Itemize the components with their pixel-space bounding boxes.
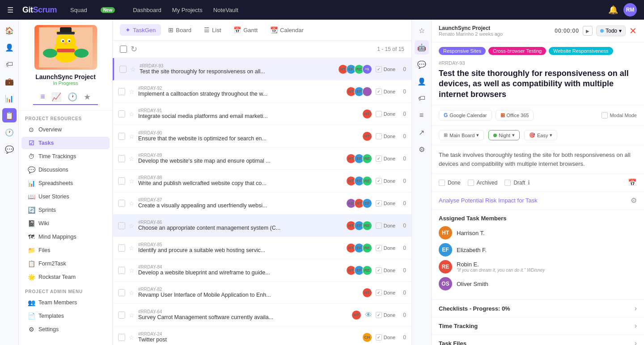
tab-board[interactable]: ⊞ Board (163, 24, 197, 36)
task-checkbox-11[interactable] (118, 311, 125, 319)
task-checkbox-9[interactable] (118, 267, 125, 274)
select-all-checkbox[interactable] (120, 46, 127, 53)
modal-toggle[interactable]: Modal Mode (602, 112, 637, 118)
icon-bar-briefcase[interactable]: 💼 (2, 74, 17, 88)
sidebar-item-overview[interactable]: ⊙ Overview (21, 123, 110, 136)
project-tab-clock[interactable]: 🕐 (66, 89, 79, 105)
user-avatar[interactable]: RM (623, 3, 637, 17)
nav-notevault[interactable]: NoteVault (209, 5, 243, 15)
sidebar-item-wiki[interactable]: 📓 Wiki (21, 217, 110, 230)
checklists-section[interactable]: Checklists - Progress: 0% › (432, 300, 644, 317)
table-row[interactable]: ☆ #RRDAY-84 Develop a website blueprint … (113, 259, 411, 282)
analyse-link[interactable]: Analyse Potential Risk Impact for Task (439, 197, 538, 204)
task-checkbox-2[interactable] (118, 110, 125, 118)
done-checkbox[interactable]: Done (439, 178, 461, 187)
icon-bar-chart[interactable]: 📊 (2, 91, 17, 105)
time-tracking-section[interactable]: Time Tracking › (432, 317, 644, 335)
icon-bar-tag[interactable]: 🏷 (2, 57, 17, 72)
table-row[interactable]: ☆ #RRDAY-86 Choose an appropriate conten… (113, 215, 411, 237)
close-button[interactable]: ✕ (629, 25, 637, 36)
task-star-11[interactable]: ☆ (129, 311, 135, 319)
task-star-3[interactable]: ☆ (129, 133, 135, 140)
task-checkbox-0[interactable] (119, 66, 127, 73)
detail-lines-icon[interactable]: ≡ (415, 108, 429, 122)
task-files-section[interactable]: Task Files › (432, 335, 644, 345)
project-tab-star[interactable]: ★ (82, 89, 93, 105)
detail-ai-icon[interactable]: 🤖 (415, 40, 429, 55)
sidebar-item-user-stories[interactable]: 📖 User Stories (21, 190, 110, 203)
icon-bar-projects[interactable]: 📋 (2, 108, 17, 122)
status-dropdown[interactable]: Todo ▾ (596, 25, 626, 36)
sidebar-item-files[interactable]: 📁 Files (21, 244, 110, 257)
analyse-settings-icon[interactable]: ⚙ (631, 196, 637, 205)
table-row[interactable]: ☆ #RRDAY-88 Write and publish wellcrafte… (113, 170, 411, 192)
sidebar-item-time[interactable]: ⏱ Time Trackings (21, 150, 110, 163)
detail-tag-icon[interactable]: 🏷 (415, 91, 429, 105)
task-star-7[interactable]: ☆ (129, 222, 135, 229)
task-star-6[interactable]: ☆ (129, 200, 135, 207)
task-star-9[interactable]: ☆ (129, 267, 135, 274)
difficulty-selector[interactable]: 🎯 Easy ▾ (524, 130, 557, 140)
table-row[interactable]: ☆ #RRDAY-64 Survey Carrot Management sof… (113, 304, 411, 326)
task-checkbox-5[interactable] (118, 177, 125, 185)
icon-bar-chat[interactable]: 💬 (2, 142, 17, 156)
task-checkbox-10[interactable] (118, 289, 125, 296)
task-star-1[interactable]: ☆ (129, 88, 135, 95)
detail-person-icon[interactable]: 👤 (415, 74, 429, 88)
calendar-icon[interactable]: 📅 (628, 178, 637, 187)
project-tab-list[interactable]: ≡ (38, 89, 47, 105)
task-star-4[interactable]: ☆ (129, 155, 135, 162)
task-checkbox-6[interactable] (118, 200, 125, 207)
tab-taskgen[interactable]: ✦ TaskGen (120, 24, 161, 36)
table-row[interactable]: ☆ #RRDAY-87 Create a visually appealing … (113, 192, 411, 215)
tag-websiteresponsive[interactable]: Website Responsiveness (549, 47, 613, 55)
sidebar-item-form2task[interactable]: 📋 Form2Task (21, 257, 110, 270)
task-star-8[interactable]: ☆ (129, 244, 135, 252)
icon-bar-people[interactable]: 👤 (2, 40, 17, 55)
draft-checkbox[interactable]: Draft ℹ (504, 178, 530, 187)
detail-share-icon[interactable]: ↗ (415, 125, 429, 139)
task-checkbox-1[interactable] (118, 88, 125, 95)
office365-button[interactable]: ⊞ Office 365 (496, 110, 534, 121)
hamburger-menu[interactable]: ☰ (7, 6, 13, 14)
task-checkbox-3[interactable] (118, 133, 125, 140)
tag-responsive[interactable]: Responsive Sites (439, 47, 486, 55)
sidebar-item-templates[interactable]: 📄 Templates (21, 310, 110, 322)
sidebar-item-tasks[interactable]: ☑ Tasks (21, 137, 110, 149)
refresh-icon[interactable]: ↻ (131, 44, 137, 54)
task-star-5[interactable]: ☆ (129, 177, 135, 185)
task-checkbox-4[interactable] (118, 155, 125, 162)
table-row[interactable]: ☆ #RRDAY-89 Develop the website's site m… (113, 147, 411, 170)
sidebar-item-sprints[interactable]: 🔄 Sprints (21, 204, 110, 216)
task-checkbox-7[interactable] (118, 222, 125, 229)
eye-icon[interactable]: 👁 (365, 311, 372, 319)
nav-squad[interactable]: Squad (66, 5, 92, 15)
task-checkbox-8[interactable] (118, 244, 125, 252)
notification-icon[interactable]: 🔔 (608, 5, 618, 15)
task-star-0[interactable]: ☆ (130, 66, 136, 73)
nav-myprojects[interactable]: My Projects (168, 5, 207, 15)
google-calendar-button[interactable]: G Google Calendar (439, 110, 492, 121)
icon-bar-clock[interactable]: 🕐 (2, 125, 17, 139)
sidebar-item-team-members[interactable]: 👥 Team Members (21, 296, 110, 309)
analyse-section[interactable]: Analyse Potential Risk Impact for Task ⚙ (432, 192, 644, 210)
archived-checkbox[interactable]: Archived (468, 178, 498, 187)
tag-crossbrowser[interactable]: Cross-browser Testing (488, 47, 546, 55)
nav-dashboard[interactable]: Dashboard (128, 5, 166, 15)
table-row[interactable]: ☆ #RRDAY-91 Integrate social media platf… (113, 103, 411, 125)
sidebar-item-rockstar[interactable]: 🌟 Rockstar Team (21, 271, 110, 283)
sidebar-item-discussions[interactable]: 💬 Discussions (21, 164, 110, 176)
board-selector[interactable]: ⊞ Main Board ▾ (439, 130, 484, 140)
task-star-12[interactable]: ☆ (129, 334, 135, 341)
sprint-selector[interactable]: Night ▾ (488, 130, 520, 140)
detail-settings-icon[interactable]: ⚙ (415, 142, 429, 156)
sidebar-item-settings[interactable]: ⚙ Settings (21, 323, 110, 336)
table-row[interactable]: ☆ #RRDAY-82 Revamp User Interface of Mob… (113, 282, 411, 304)
icon-bar-home[interactable]: 🏠 (2, 23, 17, 38)
detail-chat-icon[interactable]: 💬 (415, 57, 429, 72)
detail-star-icon[interactable]: ☆ (415, 23, 429, 38)
table-row[interactable]: ☆ #RRDAY-85 Identify and procure a suita… (113, 237, 411, 259)
tab-gantt[interactable]: 📅 Gantt (228, 24, 263, 36)
table-row[interactable]: ☆ #RRDAY-92 Implement a calltoaction str… (113, 80, 411, 103)
table-row[interactable]: ☆ #RRDAY-24 Twitter post CH ✓ Done 0 (113, 326, 411, 345)
